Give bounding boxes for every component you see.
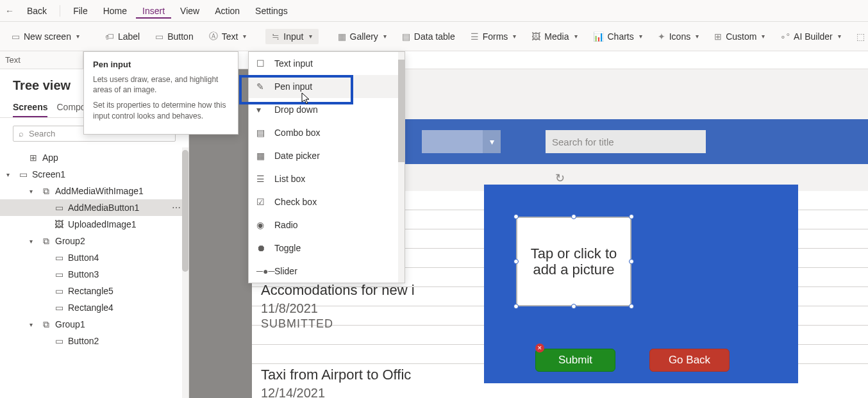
check-box-icon: ☑ [256, 197, 267, 207]
text-button[interactable]: Ⓐ Text ▾ [203, 28, 253, 45]
resize-handle[interactable] [513, 259, 519, 264]
ai-builder-button[interactable]: ∘° AI Builder ▾ [774, 29, 847, 44]
chevron-down-icon: ▾ [483, 130, 501, 153]
chevron-down-icon: ▾ [639, 33, 642, 40]
menu-list-box[interactable]: ☰List box [249, 167, 405, 190]
resize-handle[interactable] [571, 214, 576, 219]
tree-item-label: App [42, 153, 58, 163]
tree-group2[interactable]: ▾ ⧉ Group2 [0, 233, 188, 249]
menu-insert[interactable]: Insert [136, 3, 171, 19]
button-icon: ▭ [54, 253, 64, 262]
tree-button2[interactable]: ▭ Button2 [0, 333, 188, 349]
new-screen-button[interactable]: ▭ New screen ▾ [5, 29, 86, 44]
label-button[interactable]: 🏷 Label [99, 29, 146, 44]
button-icon: ▭ [54, 203, 64, 212]
tab-screens[interactable]: Screens [13, 98, 47, 117]
chevron-down-icon: ▾ [76, 33, 79, 40]
input-button[interactable]: ≒ Input ▾ [265, 29, 318, 44]
error-icon[interactable]: ✕ [535, 344, 544, 352]
menu-view[interactable]: View [174, 3, 206, 19]
tree-group1[interactable]: ▾ ⧉ Group1 [0, 316, 188, 333]
more-icon[interactable]: ⋯ [172, 203, 182, 213]
add-picture-box[interactable]: Tap or click to add a picture [516, 217, 631, 306]
item-status: SUBMITTED [261, 317, 415, 331]
menu-settings[interactable]: Settings [249, 3, 294, 19]
charts-label: Charts [608, 31, 634, 42]
tree-button4[interactable]: ▭ Button4 [0, 249, 188, 266]
menu-combo-box[interactable]: ▤Combo box [249, 121, 405, 144]
input-menu-scrollbar[interactable] [398, 52, 405, 283]
resize-handle[interactable] [629, 259, 634, 264]
menu-pen-input[interactable]: ✎Pen input [249, 75, 405, 98]
dropdown[interactable]: ▾ [422, 130, 501, 153]
group-icon: ⧉ [41, 236, 51, 245]
forms-icon: ☰ [471, 31, 479, 42]
list-item-1[interactable]: Accomodations for new i 11/8/2021 SUBMIT… [261, 282, 415, 331]
resize-handle[interactable] [629, 304, 634, 309]
top-menu: ← Back File Home Insert View Action Sett… [0, 0, 868, 22]
menu-drop-down[interactable]: ▾Drop down [249, 98, 405, 121]
tree-item-label: Group1 [55, 319, 85, 329]
forms-button[interactable]: ☰ Forms ▾ [464, 29, 523, 44]
item-title: Accomodations for new i [261, 282, 415, 299]
forms-label: Forms [483, 31, 508, 42]
menu-file[interactable]: File [67, 3, 94, 19]
label-label: Label [118, 31, 140, 42]
mixed-reality-button[interactable]: ⬚ M [850, 29, 868, 44]
menu-slider[interactable]: ─●─Slider [249, 260, 405, 283]
list-box-icon: ☰ [256, 174, 267, 184]
tree-addmediawithimage1[interactable]: ▾ ⧉ AddMediaWithImage1 [0, 183, 188, 199]
menu-date-picker[interactable]: ▦Date picker [249, 144, 405, 167]
rectangle-icon: ▭ [54, 286, 64, 295]
ribbon: ▭ New screen ▾ 🏷 Label ▭ Button Ⓐ Text ▾… [0, 22, 868, 51]
media-panel[interactable]: Tap or click to add a picture ✕ Submit G… [484, 185, 798, 383]
menu-toggle[interactable]: ⏺Toggle [249, 236, 405, 260]
back-link[interactable]: Back [21, 3, 53, 19]
resize-handle[interactable] [571, 304, 576, 309]
tree-uploadedimage1[interactable]: 🖼 UploadedImage1 [0, 216, 188, 233]
tree-item-label: Rectangle4 [68, 303, 113, 313]
menu-action[interactable]: Action [208, 3, 246, 19]
menu-text-input[interactable]: ☐Text input [249, 52, 405, 75]
icons-button[interactable]: ✦ Icons ▾ [651, 29, 705, 44]
data-table-button[interactable]: ▤ Data table [396, 29, 462, 44]
reload-icon[interactable]: ↻ [555, 171, 565, 185]
chevron-down-icon: ▾ [574, 33, 578, 40]
tree-button3[interactable]: ▭ Button3 [0, 266, 188, 283]
property-selector[interactable]: Text [0, 51, 83, 69]
button-button[interactable]: ▭ Button [149, 29, 199, 44]
add-picture-selection[interactable]: Tap or click to add a picture [516, 217, 631, 306]
gallery-icon: ▦ [338, 31, 346, 42]
tree-item-label: Group2 [55, 236, 85, 246]
mixed-reality-icon: ⬚ [856, 31, 865, 42]
tree-app[interactable]: ⊞ App [0, 149, 188, 166]
charts-button[interactable]: 📊 Charts ▾ [587, 29, 649, 44]
tree-item-label: Screen1 [32, 169, 65, 179]
submit-button[interactable]: Submit [535, 349, 615, 372]
custom-button[interactable]: ⊞ Custom ▾ [708, 29, 771, 44]
tree-addmediabutton1[interactable]: ▭ AddMediaButton1 ⋯ [0, 199, 188, 216]
menu-radio[interactable]: ◉Radio [249, 213, 405, 236]
rectangle-icon: ▭ [54, 303, 64, 312]
item-date: 12/14/2021 [261, 386, 411, 398]
media-button[interactable]: 🖼 Media ▾ [525, 29, 583, 44]
tree-scrollbar[interactable] [182, 147, 188, 398]
resize-handle[interactable] [513, 214, 519, 219]
go-back-button[interactable]: Go Back [649, 349, 730, 372]
back-arrow-icon[interactable]: ← [5, 6, 14, 16]
toggle-icon: ⏺ [256, 243, 267, 253]
slider-icon: ─●─ [256, 266, 267, 276]
list-item-2[interactable]: Taxi from Airport to Offic 12/14/2021 [261, 367, 411, 398]
menu-home[interactable]: Home [97, 3, 133, 19]
tree-screen1[interactable]: ▾ ▭ Screen1 [0, 166, 188, 183]
menu-check-box[interactable]: ☑Check box [249, 190, 405, 213]
resize-handle[interactable] [513, 304, 519, 309]
gallery-button[interactable]: ▦ Gallery ▾ [331, 29, 393, 44]
icons-icon: ✦ [658, 31, 665, 42]
search-title-input[interactable]: Search for title [546, 130, 706, 153]
tree-search-placeholder: Search [29, 129, 55, 138]
tree-rectangle5[interactable]: ▭ Rectangle5 [0, 283, 188, 299]
tree-rectangle4[interactable]: ▭ Rectangle4 [0, 299, 188, 316]
drop-down-icon: ▾ [256, 104, 267, 115]
resize-handle[interactable] [629, 214, 634, 219]
